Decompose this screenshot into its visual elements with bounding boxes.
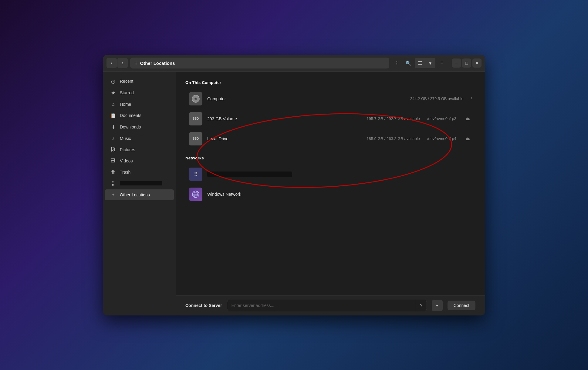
sidebar-item-home[interactable]: ⌂ Home <box>105 99 174 110</box>
293gb-drive-name: 293 GB Volume <box>207 116 362 121</box>
list-view-button[interactable]: ☰ <box>415 58 425 68</box>
redacted-sidebar-icon: ⣿ <box>110 181 116 186</box>
location-text: Other Locations <box>140 61 175 66</box>
sidebar-label-documents: Documents <box>120 113 141 118</box>
sidebar-item-downloads[interactable]: ⬇ Downloads <box>105 122 174 133</box>
sidebar-item-documents[interactable]: 📋 Documents <box>105 110 174 121</box>
main-content: ◷ Recent ★ Starred ⌂ Home 📋 Documents ⬇ … <box>103 72 485 315</box>
file-area: On This Computer Computer 244.2 <box>176 72 485 315</box>
help-button[interactable]: ? <box>416 300 427 311</box>
sidebar-label-starred: Starred <box>120 90 134 95</box>
redacted-network-item[interactable]: ⠿ <box>185 165 475 184</box>
file-manager-window: ‹ › + Other Locations ⋮ 🔍 ☰ ▾ ≡ − □ ✕ ◷ <box>103 55 485 315</box>
documents-icon: 📋 <box>110 113 116 118</box>
back-button[interactable]: ‹ <box>106 58 117 68</box>
sidebar: ◷ Recent ★ Starred ⌂ Home 📋 Documents ⬇ … <box>103 72 176 315</box>
local-drive-icon: SSD <box>189 132 202 145</box>
windows-network-item[interactable]: Windows Network <box>185 185 475 204</box>
close-button[interactable]: ✕ <box>472 58 482 68</box>
menu-button[interactable]: ⋮ <box>392 58 402 68</box>
local-drive-info: 185.9 GB / 263.2 GB available /dev/nvme0… <box>367 135 472 142</box>
sidebar-item-starred[interactable]: ★ Starred <box>105 87 174 98</box>
local-drive-size: 185.9 GB / 263.2 GB available <box>367 136 420 141</box>
server-address-input-wrapper: ? <box>227 300 427 311</box>
local-drive-item[interactable]: SSD Local Drive 185.9 GB / 263.2 GB avai… <box>185 129 475 148</box>
home-icon: ⌂ <box>110 102 116 107</box>
293gb-drive-icon: SSD <box>189 112 202 125</box>
redacted-network-icon: ⠿ <box>189 168 202 181</box>
sidebar-item-redacted[interactable]: ⣿ <box>105 178 174 189</box>
nav-buttons: ‹ › <box>106 58 128 68</box>
search-button[interactable]: 🔍 <box>403 58 414 68</box>
sidebar-label-trash: Trash <box>120 170 130 175</box>
computer-drive-path: / <box>471 96 472 101</box>
sidebar-label-videos: Videos <box>120 158 133 163</box>
music-icon: ♪ <box>110 136 116 141</box>
windows-network-icon <box>189 188 202 201</box>
videos-icon: 🎞 <box>110 158 116 164</box>
local-drive-path: /dev/nvme0n1p4 <box>427 136 456 141</box>
sidebar-item-recent[interactable]: ◷ Recent <box>105 76 174 87</box>
view-dropdown-button[interactable]: ▾ <box>425 58 435 68</box>
293gb-drive-info: 195.7 GB / 292.7 GB available /dev/nvme0… <box>367 115 472 122</box>
local-drive-name: Local Drive <box>207 136 362 141</box>
sidebar-label-home: Home <box>120 102 131 107</box>
connect-button[interactable]: Connect <box>448 301 475 310</box>
maximize-button[interactable]: □ <box>462 58 471 68</box>
networks-section-title: Networks <box>185 156 475 160</box>
redacted-network-name-bar <box>207 172 292 177</box>
sidebar-item-trash[interactable]: 🗑 Trash <box>105 167 174 178</box>
connect-dropdown-button[interactable]: ▾ <box>432 300 443 311</box>
on-this-computer-section-title: On This Computer <box>185 80 475 85</box>
minimize-button[interactable]: − <box>452 58 461 68</box>
sidebar-label-pictures: Pictures <box>120 147 135 152</box>
local-drive-eject-button[interactable]: ⏏ <box>464 135 472 142</box>
connect-to-server-bar: Connect to Server ? ▾ Connect <box>176 295 485 315</box>
location-bar[interactable]: + Other Locations <box>130 58 389 68</box>
sidebar-label-downloads: Downloads <box>120 125 141 129</box>
view-toggle-group: ☰ ▾ <box>415 58 435 68</box>
293gb-drive-path: /dev/nvme0n1p3 <box>427 116 456 121</box>
other-locations-icon: + <box>110 192 116 198</box>
networks-section: Networks ⠿ <box>185 156 475 204</box>
server-address-input[interactable] <box>227 301 416 310</box>
recent-icon: ◷ <box>110 78 116 84</box>
sidebar-label-recent: Recent <box>120 79 133 84</box>
star-icon: ★ <box>110 90 116 96</box>
add-location-icon: + <box>134 60 138 66</box>
sidebar-item-pictures[interactable]: 🖼 Pictures <box>105 144 174 155</box>
sidebar-redacted-bar <box>120 181 162 185</box>
titlebar-actions: ⋮ 🔍 ☰ ▾ ≡ <box>392 58 447 68</box>
computer-drive-info: 244.2 GB / 279.5 GB available / <box>410 96 472 101</box>
file-content: On This Computer Computer 244.2 <box>176 72 485 295</box>
sidebar-item-videos[interactable]: 🎞 Videos <box>105 155 174 166</box>
sidebar-item-music[interactable]: ♪ Music <box>105 133 174 144</box>
computer-drive-name: Computer <box>207 96 405 101</box>
sidebar-label-other-locations: Other Locations <box>120 192 150 197</box>
downloads-icon: ⬇ <box>110 124 116 130</box>
titlebar: ‹ › + Other Locations ⋮ 🔍 ☰ ▾ ≡ − □ ✕ <box>103 55 485 72</box>
293gb-drive-size: 195.7 GB / 292.7 GB available <box>367 116 420 121</box>
svg-point-2 <box>195 98 196 99</box>
connect-label: Connect to Server <box>185 303 222 308</box>
window-controls: − □ ✕ <box>452 58 482 68</box>
sidebar-label-music: Music <box>120 136 131 141</box>
computer-drive-icon <box>189 92 202 105</box>
computer-drive-size: 244.2 GB / 279.5 GB available <box>410 96 464 101</box>
293gb-eject-button[interactable]: ⏏ <box>464 115 472 122</box>
file-area-wrapper: On This Computer Computer 244.2 <box>176 72 485 315</box>
computer-drive-item[interactable]: Computer 244.2 GB / 279.5 GB available / <box>185 89 475 108</box>
293gb-volume-drive-item[interactable]: SSD 293 GB Volume 195.7 GB / 292.7 GB av… <box>185 109 475 128</box>
grid-view-button[interactable]: ≡ <box>437 58 447 68</box>
forward-button[interactable]: › <box>117 58 128 68</box>
sidebar-item-other-locations[interactable]: + Other Locations <box>105 189 174 200</box>
pictures-icon: 🖼 <box>110 147 116 152</box>
windows-network-name: Windows Network <box>207 192 472 197</box>
trash-icon: 🗑 <box>110 169 116 175</box>
